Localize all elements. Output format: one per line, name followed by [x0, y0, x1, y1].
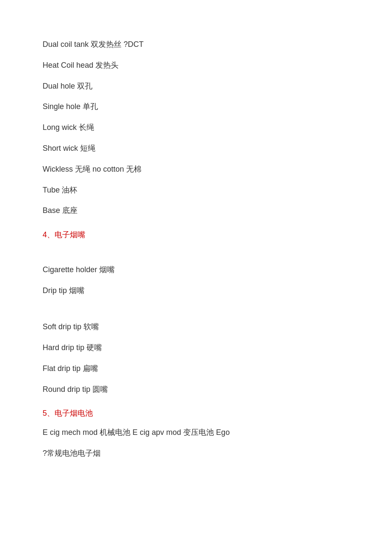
line-section5: 5、电子烟电池: [43, 400, 349, 422]
line-short-wick: Short wick 短绳: [43, 138, 349, 159]
line-dual-hole: Dual hole 双孔: [43, 76, 349, 97]
line-base: Base 底座: [43, 200, 349, 221]
line-spacer1: [43, 244, 349, 259]
line-soft-drip-tip: Soft drip tip 软嘴: [43, 316, 349, 337]
line-dual-coil-tank: Dual coil tank 双发热丝 ?DCT: [43, 34, 349, 55]
line-tube: Tube 油杯: [43, 180, 349, 201]
line-round-drip-tip: Round drip tip 圆嘴: [43, 379, 349, 400]
line-long-wick: Long wick 长绳: [43, 117, 349, 138]
line-e-cig-mech: E cig mech mod 机械电池 E cig apv mod 变压电池 E…: [43, 422, 349, 443]
line-cigarette-holder: Cigarette holder 烟嘴: [43, 259, 349, 280]
line-section4: 4、电子烟嘴: [43, 221, 349, 244]
line-drip-tip: Drip tip 烟嘴: [43, 280, 349, 301]
line-spacer2: [43, 301, 349, 316]
line-wickless: Wickless 无绳 no cotton 无棉: [43, 159, 349, 180]
line-regular-battery: ?常规电池电子烟: [43, 443, 349, 464]
line-single-hole: Single hole 单孔: [43, 96, 349, 117]
line-flat-drip-tip: Flat drip tip 扁嘴: [43, 358, 349, 379]
line-hard-drip-tip: Hard drip tip 硬嘴: [43, 337, 349, 358]
main-content: Dual coil tank 双发热丝 ?DCTHeat Coil head 发…: [43, 34, 349, 464]
line-heat-coil-head: Heat Coil head 发热头: [43, 55, 349, 76]
